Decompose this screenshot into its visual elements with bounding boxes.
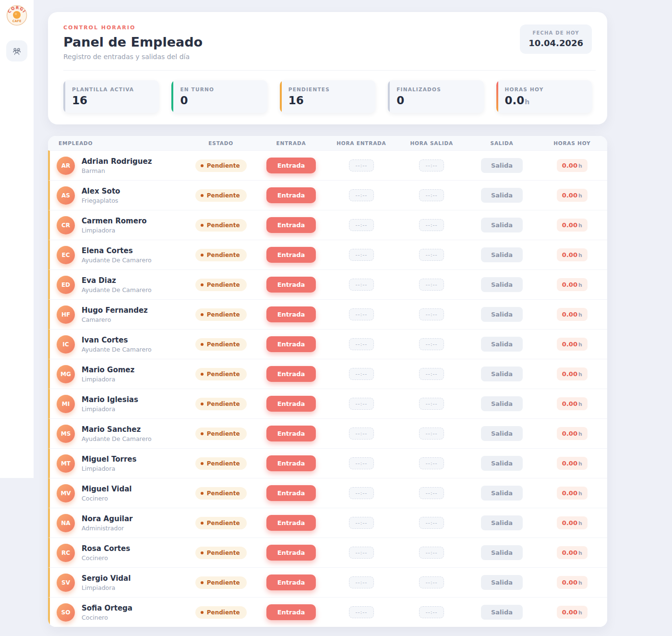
salida-button[interactable]: Salida <box>481 218 523 232</box>
entrada-button[interactable]: Entrada <box>266 277 316 293</box>
hours-suffix: h <box>578 580 582 586</box>
avatar: MV <box>57 484 75 502</box>
entrada-button[interactable]: Entrada <box>266 306 316 322</box>
hours-value: 0.00 <box>562 311 577 318</box>
status-badge: Pendiente <box>195 487 247 500</box>
salida-button[interactable]: Salida <box>481 188 523 203</box>
entrada-button[interactable]: Entrada <box>266 604 316 620</box>
horas-cell: 0.00 h <box>537 516 607 529</box>
status-badge: Pendiente <box>195 189 247 202</box>
hora-entrada-cell: --:-- <box>326 279 396 291</box>
status-dot-icon <box>201 492 204 495</box>
hora-entrada-placeholder: --:-- <box>349 189 374 201</box>
salida-button[interactable]: Salida <box>481 158 523 173</box>
entrada-button[interactable]: Entrada <box>266 336 316 352</box>
employee-identity: Adrian Rodriguez Barman <box>82 157 152 174</box>
hora-salida-cell: --:-- <box>396 457 467 469</box>
table-row: NA Nora Aguilar Administrador Pendiente … <box>48 508 607 538</box>
employee-role: Friegaplatos <box>82 197 120 204</box>
hours-suffix: h <box>578 371 582 378</box>
entrada-button[interactable]: Entrada <box>266 158 316 173</box>
salida-button[interactable]: Salida <box>481 426 523 441</box>
entrada-cell: Entrada <box>256 217 326 233</box>
hora-salida-placeholder: --:-- <box>419 279 444 291</box>
stat-finalizados: FINALIZADOS 0 <box>388 80 483 113</box>
hours-suffix: h <box>578 222 582 229</box>
hours-badge: 0.00 h <box>557 487 588 500</box>
status-badge: Pendiente <box>195 517 247 529</box>
horas-cell: 0.00 h <box>537 308 607 321</box>
salida-button[interactable]: Salida <box>481 545 523 560</box>
entrada-button[interactable]: Entrada <box>266 545 316 561</box>
horas-cell: 0.00 h <box>537 189 607 202</box>
hours-suffix: h <box>578 163 582 169</box>
table-row: MI Mario Iglesias Limpiadora Pendiente E… <box>48 389 607 418</box>
entrada-button[interactable]: Entrada <box>266 455 316 471</box>
entrada-button[interactable]: Entrada <box>266 396 316 412</box>
today-date-box: FECHA DE HOY 10.04.2026 <box>520 24 592 54</box>
entrada-button[interactable]: Entrada <box>266 187 316 203</box>
status-badge: Pendiente <box>195 457 247 470</box>
entrada-button[interactable]: Entrada <box>266 485 316 501</box>
salida-button[interactable]: Salida <box>481 515 523 530</box>
salida-cell: Salida <box>467 426 537 441</box>
hora-salida-placeholder: --:-- <box>419 487 444 499</box>
stat-label: PENDIENTES <box>288 86 368 92</box>
hours-badge: 0.00 h <box>557 367 588 380</box>
status-label: Pendiente <box>207 371 240 378</box>
hora-entrada-placeholder: --:-- <box>349 279 374 291</box>
salida-button[interactable]: Salida <box>481 486 523 501</box>
salida-button[interactable]: Salida <box>481 277 523 292</box>
status-cell: Pendiente <box>186 219 256 232</box>
hora-salida-placeholder: --:-- <box>419 457 444 469</box>
entrada-button[interactable]: Entrada <box>266 575 316 590</box>
salida-button[interactable]: Salida <box>481 337 523 352</box>
salida-button[interactable]: Salida <box>481 367 523 381</box>
salida-button[interactable]: Salida <box>481 307 523 322</box>
status-label: Pendiente <box>207 520 240 526</box>
salida-cell: Salida <box>467 396 537 411</box>
status-label: Pendiente <box>207 311 240 318</box>
employee-name: Rosa Cortes <box>82 544 130 553</box>
entrada-button[interactable]: Entrada <box>266 217 316 233</box>
salida-cell: Salida <box>467 515 537 530</box>
status-dot-icon <box>201 194 204 197</box>
hours-value: 0.00 <box>562 430 577 437</box>
salida-button[interactable]: Salida <box>481 396 523 411</box>
hours-badge: 0.00 h <box>557 457 588 470</box>
status-badge: Pendiente <box>195 547 247 559</box>
salida-cell: Salida <box>467 367 537 381</box>
employee-identity: Miguel Torres Limpiadora <box>82 455 136 472</box>
entrada-button[interactable]: Entrada <box>266 247 316 263</box>
status-dot-icon <box>201 403 204 405</box>
sidebar-item-employees[interactable] <box>6 40 27 61</box>
salida-button[interactable]: Salida <box>481 247 523 262</box>
hora-salida-cell: --:-- <box>396 368 467 380</box>
hora-entrada-cell: --:-- <box>326 457 396 469</box>
hora-entrada-placeholder: --:-- <box>349 219 374 231</box>
horas-cell: 0.00 h <box>537 219 607 232</box>
hora-entrada-cell: --:-- <box>326 368 396 380</box>
salida-button[interactable]: Salida <box>481 605 523 620</box>
status-dot-icon <box>201 343 204 346</box>
entrada-button[interactable]: Entrada <box>266 426 316 441</box>
entrada-cell: Entrada <box>256 158 326 173</box>
hours-badge: 0.00 h <box>557 427 588 440</box>
hours-suffix: h <box>578 431 582 437</box>
entrada-button[interactable]: Entrada <box>266 366 316 382</box>
entrada-cell: Entrada <box>256 515 326 531</box>
hours-suffix: h <box>578 342 582 348</box>
hora-salida-placeholder: --:-- <box>419 428 444 440</box>
hora-entrada-placeholder: --:-- <box>349 487 374 499</box>
salida-button[interactable]: Salida <box>481 575 523 590</box>
table-header: EMPLEADO ESTADO ENTRADA HORA ENTRADA HOR… <box>48 136 607 150</box>
employee-name: Alex Soto <box>82 187 120 196</box>
avatar: MI <box>57 395 75 413</box>
sidebar: CORGI CAFE <box>0 0 34 478</box>
hora-entrada-cell: --:-- <box>326 398 396 410</box>
table-row: MT Miguel Torres Limpiadora Pendiente En… <box>48 448 607 478</box>
employee-cell: MS Mario Sanchez Ayudante De Camarero <box>50 425 186 443</box>
entrada-button[interactable]: Entrada <box>266 515 316 531</box>
status-cell: Pendiente <box>186 457 256 470</box>
salida-button[interactable]: Salida <box>481 456 523 471</box>
